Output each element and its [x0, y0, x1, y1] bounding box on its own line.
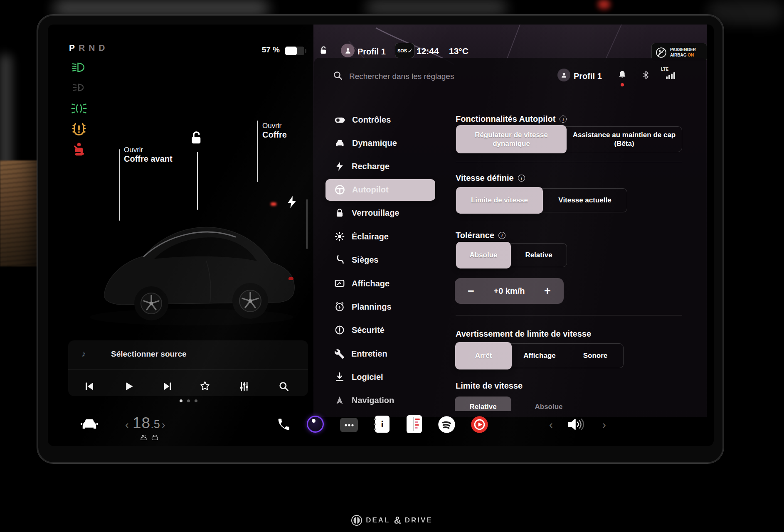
media-page-dots[interactable]: [174, 399, 203, 402]
option-relative-speed-limit[interactable]: Relative: [455, 397, 511, 411]
option-regulateur-vitesse-dynamique[interactable]: Régulateur de vitesse dynamique: [456, 125, 567, 153]
media-player-widget[interactable]: ♪ Sélectionner source: [68, 340, 308, 396]
sos-button[interactable]: SOS: [395, 43, 414, 58]
settings-profile-avatar[interactable]: [557, 69, 570, 81]
tuner-app-icon[interactable]: [407, 415, 422, 433]
watermark-ampersand: &: [394, 515, 401, 526]
sidebar-item-plannings[interactable]: Plannings: [322, 297, 442, 317]
unlocked-icon[interactable]: [188, 130, 205, 147]
gear-r: R: [79, 43, 89, 52]
option-arret[interactable]: Arrêt: [455, 342, 512, 369]
trunk-pointer-line: [257, 121, 258, 182]
option-vitesse-actuelle[interactable]: Vitesse actuelle: [543, 189, 627, 212]
volume-up-chevron[interactable]: ›: [602, 419, 606, 430]
volume-speaker-icon[interactable]: [567, 417, 585, 433]
option-relative[interactable]: Relative: [511, 244, 567, 267]
signal-bars-icon: [666, 71, 677, 79]
info-icon[interactable]: i: [518, 175, 525, 182]
brightness-icon: [334, 231, 345, 242]
option-limite-de-vitesse[interactable]: Limite de vitesse: [456, 187, 543, 214]
phone-icon[interactable]: [277, 418, 291, 433]
previous-track-button[interactable]: [82, 379, 96, 393]
volume-down-chevron[interactable]: ‹: [549, 419, 553, 430]
notifications-bell-icon[interactable]: [617, 70, 627, 81]
media-search-button[interactable]: [277, 379, 290, 393]
media-source-label[interactable]: Sélectionner source: [111, 350, 187, 359]
stepper-minus-button[interactable]: −: [464, 286, 478, 297]
spotify-app-icon[interactable]: [438, 416, 456, 435]
cabin-temperature[interactable]: 18.5: [133, 414, 160, 432]
sidebar-item-controles[interactable]: Contrôles: [322, 110, 442, 130]
option-assistance-maintien-cap[interactable]: Assistance au maintien de cap (Bêta): [567, 127, 682, 152]
section-title-set-speed: Vitesse définie i: [456, 173, 525, 183]
info-icon[interactable]: i: [560, 116, 567, 123]
lte-signal-indicator: LTE: [660, 67, 680, 81]
stepper-plus-button[interactable]: +: [540, 286, 555, 297]
bluetooth-icon[interactable]: [641, 70, 651, 82]
background-blur-shape: [0, 54, 12, 179]
driver-profile-avatar[interactable]: [341, 44, 355, 57]
equalizer-button[interactable]: [237, 379, 251, 393]
sidebar-item-entretien[interactable]: Entretien: [322, 344, 442, 364]
sidebar-item-logiciel[interactable]: Logiciel: [322, 367, 442, 387]
sidebar-item-dynamique[interactable]: Dynamique: [322, 133, 442, 153]
sidebar-item-securite[interactable]: Sécurité: [322, 320, 442, 340]
airbag-text-line2: AIRBAG: [670, 53, 686, 57]
car-visualization[interactable]: [81, 179, 302, 335]
outside-temperature: 13°C: [449, 46, 468, 56]
option-absolue[interactable]: Absolue: [456, 242, 511, 268]
defrost-rear-icon[interactable]: [151, 434, 158, 442]
tolerance-segmented: Absolue Relative: [456, 243, 567, 267]
autopilot-features-segmented: Régulateur de vitesse dynamique Assistan…: [456, 126, 682, 152]
charge-flash-icon[interactable]: [286, 195, 298, 211]
left-panel-scrollbar[interactable]: [306, 199, 308, 249]
deal-and-drive-logo: [351, 515, 362, 526]
car-controls-icon[interactable]: [80, 417, 99, 434]
dealer-watermark: DEAL & DRIVE: [0, 515, 784, 526]
sidebar-item-verrouillage[interactable]: Verrouillage: [322, 203, 442, 223]
sidebar-item-navigation[interactable]: Navigation: [322, 390, 442, 410]
stepper-value: +0 km/h: [493, 286, 525, 296]
option-absolue-speed-limit[interactable]: Absolue: [511, 397, 586, 411]
schedule-icon: [334, 301, 345, 312]
vehicle-unlocked-icon[interactable]: [318, 45, 328, 57]
option-sonore[interactable]: Sonore: [567, 344, 623, 368]
favorite-star-button[interactable]: [198, 379, 212, 393]
play-button[interactable]: [122, 379, 135, 393]
defrost-front-icon[interactable]: [140, 434, 147, 442]
temp-increase-chevron[interactable]: ›: [162, 419, 165, 430]
sidebar-item-recharge[interactable]: Recharge: [322, 156, 442, 176]
driver-profile-name[interactable]: Profil 1: [357, 47, 386, 57]
clock: 12:44: [417, 46, 439, 56]
content-divider: [456, 315, 682, 315]
temperature-fraction: .5: [150, 418, 160, 431]
low-beam-icon: [71, 61, 87, 75]
charge-port-light: [271, 202, 276, 206]
settings-search-input[interactable]: [349, 70, 524, 83]
temp-decrease-chevron[interactable]: ‹: [125, 419, 129, 430]
dashboard-wood-trim: [0, 160, 41, 266]
youtube-music-app-icon[interactable]: [471, 416, 488, 435]
battery-icon: [285, 46, 306, 57]
sidebar-item-affichage[interactable]: Affichage: [322, 273, 442, 293]
sidebar-item-eclairage[interactable]: Éclairage: [322, 227, 442, 246]
next-track-button[interactable]: [161, 379, 174, 393]
lock-icon: [334, 207, 345, 218]
option-affichage[interactable]: Affichage: [512, 344, 567, 368]
contacts-app-icon[interactable]: i: [375, 416, 390, 433]
settings-profile-name[interactable]: Profil 1: [574, 71, 602, 81]
open-frunk-button[interactable]: Ouvrir Coffre avant: [124, 146, 173, 164]
content-divider: [456, 162, 682, 162]
sidebar-item-sieges[interactable]: Sièges: [322, 250, 442, 270]
info-icon[interactable]: i: [498, 232, 505, 239]
sidebar-item-autopilot[interactable]: Autopilot: [322, 180, 442, 200]
section-title-autopilot-features: Fonctionnalités Autopilot i: [456, 114, 567, 124]
svg-text:A: A: [78, 85, 81, 90]
voice-app-icon[interactable]: [307, 416, 324, 433]
seat-icon: [334, 254, 345, 265]
open-trunk-button[interactable]: Ouvrir Coffre: [262, 122, 287, 140]
app-launcher-button[interactable]: [340, 418, 358, 432]
rear-wheel: [232, 283, 268, 319]
tpms-warning-icon: [71, 122, 86, 137]
gear-p: P: [69, 43, 79, 52]
